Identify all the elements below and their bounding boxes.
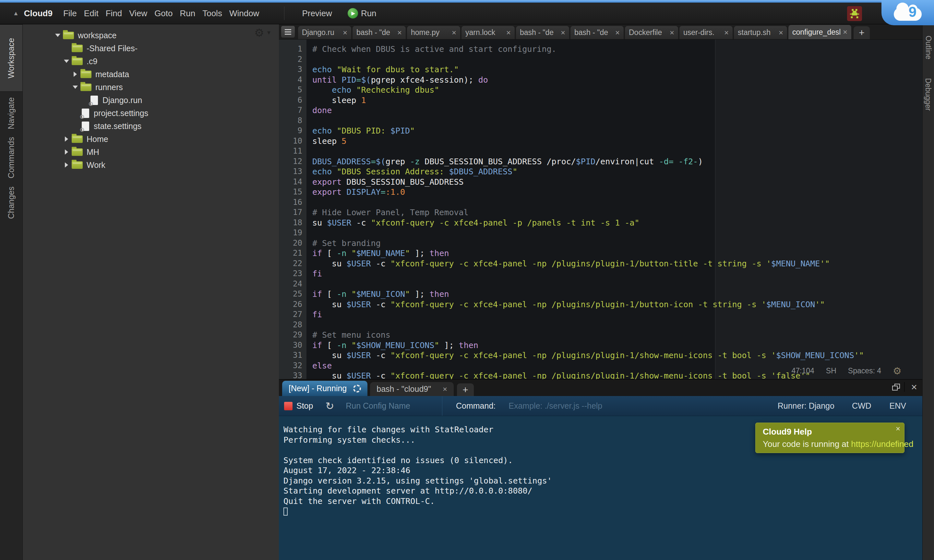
editor-tab-bash-de[interactable]: bash - "de× xyxy=(352,26,406,39)
chevron-right-icon[interactable] xyxy=(65,162,68,168)
editor-tab-startup-sh[interactable]: startup.sh× xyxy=(734,26,788,39)
close-icon[interactable]: × xyxy=(724,28,729,37)
code-line-18: su $USER -c "xfconf-query -c xfce4-panel… xyxy=(312,218,922,228)
chevron-down-icon[interactable] xyxy=(55,34,60,37)
tree-item-django-run[interactable]: Django.run xyxy=(23,94,279,107)
close-icon[interactable]: × xyxy=(443,385,447,394)
code-editor[interactable]: 1234567891011121314151617181920212223242… xyxy=(279,40,922,379)
editor-tab-user-dirs[interactable]: user-dirs.× xyxy=(679,26,733,39)
editor-tab-django-ru[interactable]: Django.ru× xyxy=(298,26,351,39)
tree-item-metadata[interactable]: metadata xyxy=(23,68,279,81)
toolbar-divider xyxy=(442,396,442,416)
tree-item-runners[interactable]: runners xyxy=(23,81,279,94)
close-icon[interactable]: × xyxy=(670,28,674,37)
restart-icon[interactable]: ↻ xyxy=(325,400,334,412)
close-icon[interactable]: × xyxy=(561,28,565,37)
terminal-line: August 17, 2022 - 22:38:46 xyxy=(284,465,922,476)
runner-selector[interactable]: Runner: Django xyxy=(778,401,834,411)
editor-tab-configure-deskt[interactable]: configure_deskt× xyxy=(788,25,852,39)
editor-tab-yarn-lock[interactable]: yarn.lock× xyxy=(461,26,515,39)
popup-link[interactable]: https://undefined xyxy=(851,439,913,449)
rightdock-tab-outline[interactable]: Outline xyxy=(924,35,933,59)
chevron-right-icon[interactable] xyxy=(74,72,77,77)
console-tab-new-running[interactable]: [New] - Running xyxy=(282,381,367,396)
close-icon[interactable]: × xyxy=(397,28,402,37)
run-config-name-input[interactable]: Run Config Name xyxy=(346,401,410,411)
sidebar-tab-navigate[interactable]: Navigate xyxy=(0,92,22,134)
preview-button[interactable]: Preview xyxy=(299,8,335,18)
run-button[interactable]: ▶ Run xyxy=(348,8,376,18)
tab-list-button[interactable] xyxy=(281,26,295,38)
tree-settings-gear-icon[interactable]: ⚙ ▾ xyxy=(254,26,270,39)
chevron-down-icon[interactable] xyxy=(64,60,69,63)
collapse-menubar-icon[interactable]: ▲ xyxy=(13,10,19,17)
sidebar-tab-workspace[interactable]: Workspace xyxy=(0,24,22,92)
editor-tab-dockerfile[interactable]: Dockerfile× xyxy=(624,26,678,39)
editor-tab-home-py[interactable]: home.py× xyxy=(407,26,461,39)
console-tab-label: bash - "cloud9" xyxy=(376,385,431,394)
menu-item-edit[interactable]: Edit xyxy=(80,8,102,18)
close-icon[interactable]: × xyxy=(843,28,848,37)
chevron-right-icon[interactable] xyxy=(65,149,68,155)
cloud9-logo-area[interactable]: 9 xyxy=(882,0,934,25)
cwd-button[interactable]: CWD xyxy=(852,401,871,411)
tree-item-workspace[interactable]: workspace xyxy=(23,29,279,42)
editor-settings-gear-icon[interactable]: ⚙ xyxy=(893,365,902,377)
terminal-line: Django version 3.2.15, using settings 'g… xyxy=(284,476,922,486)
debugger-bug-button[interactable] xyxy=(847,6,862,21)
rightdock-tab-debugger[interactable]: Debugger xyxy=(924,78,933,111)
stop-icon[interactable] xyxy=(284,402,293,410)
tree-item-work[interactable]: Work xyxy=(23,158,279,171)
env-button[interactable]: ENV xyxy=(889,401,906,411)
chevron-right-icon[interactable] xyxy=(65,137,68,142)
menu-item-run[interactable]: Run xyxy=(176,8,199,18)
new-editor-tab-button[interactable]: + xyxy=(854,26,870,39)
menu-item-view[interactable]: View xyxy=(125,8,151,18)
editor-tab-label: Dockerfile xyxy=(629,28,667,37)
file-tree: workspace-Shared Files-.c9metadatarunner… xyxy=(23,24,279,171)
console-tab-bash-cloud9[interactable]: bash - "cloud9"× xyxy=(370,382,454,396)
chevron-down-icon[interactable] xyxy=(72,86,78,89)
tree-item-label: metadata xyxy=(96,70,129,79)
run-button-label: Run xyxy=(361,8,376,18)
command-input[interactable]: Example: ./server.js --help xyxy=(509,401,602,411)
sidebar-tab-changes[interactable]: Changes xyxy=(0,180,22,225)
terminal-line: System check identified no issues (0 sil… xyxy=(284,455,922,466)
menu-item-file[interactable]: File xyxy=(60,8,80,18)
menu-item-window[interactable]: Window xyxy=(226,8,263,18)
menu-item-find[interactable]: Find xyxy=(102,8,126,18)
new-console-tab-button[interactable]: + xyxy=(457,383,474,396)
close-icon[interactable]: × xyxy=(343,28,347,37)
code-line-21: if [ -n "$MENU_NAME" ]; then xyxy=(312,248,922,258)
tree-item-state-settings[interactable]: state.settings xyxy=(23,120,279,132)
code-line-7: done xyxy=(312,105,922,116)
code-lines: # Check when DBUS is active and start co… xyxy=(307,40,922,379)
indent-setting[interactable]: Spaces: 4 xyxy=(848,366,881,375)
tree-item-project-settings[interactable]: project.settings xyxy=(23,107,279,120)
menu-item-tools[interactable]: Tools xyxy=(199,8,226,18)
sidebar-tab-commands[interactable]: Commands xyxy=(0,134,22,180)
syntax-mode[interactable]: SH xyxy=(826,366,836,375)
editor-tab-bash-de[interactable]: bash - "de× xyxy=(570,26,624,39)
stop-button-label[interactable]: Stop xyxy=(296,401,313,411)
code-line-10: sleep 5 xyxy=(312,136,922,146)
tree-item-label: project.settings xyxy=(94,109,148,118)
tree-item-c9[interactable]: .c9 xyxy=(23,55,279,68)
terminal-output[interactable]: Watching for file changes with StatReloa… xyxy=(279,416,922,560)
close-icon[interactable]: × xyxy=(506,28,511,37)
maximize-console-icon[interactable] xyxy=(892,386,898,391)
popup-close-icon[interactable]: × xyxy=(896,423,900,434)
tree-item-shared-files[interactable]: -Shared Files- xyxy=(23,42,279,55)
app-title[interactable]: Cloud9 xyxy=(24,8,52,18)
folder-icon xyxy=(72,58,83,65)
close-icon[interactable]: × xyxy=(779,28,783,37)
close-console-icon[interactable]: × xyxy=(911,382,917,392)
menu-item-goto[interactable]: Goto xyxy=(151,8,176,18)
tree-item-mh[interactable]: MH xyxy=(23,146,279,158)
editor-tab-bash-de[interactable]: bash - "de× xyxy=(516,26,569,39)
cursor-position[interactable]: 47:104 xyxy=(791,366,814,375)
close-icon[interactable]: × xyxy=(615,28,620,37)
close-icon[interactable]: × xyxy=(452,28,456,37)
tree-item-home[interactable]: Home xyxy=(23,132,279,146)
sidebar-tab-label: Workspace xyxy=(6,38,16,78)
